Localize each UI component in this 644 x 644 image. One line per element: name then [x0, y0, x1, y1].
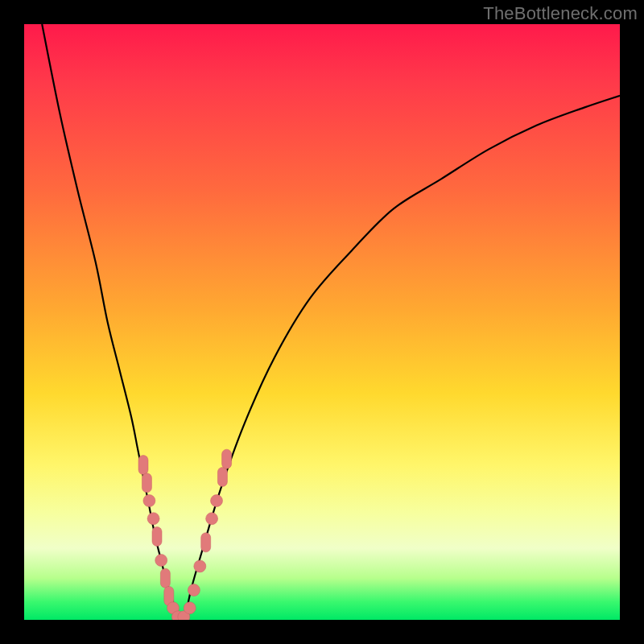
marker-point [201, 533, 211, 552]
marker-point [160, 568, 170, 588]
chart-svg [24, 24, 620, 620]
plot-area [24, 24, 620, 620]
marker-point [142, 473, 151, 493]
marker-point [152, 526, 162, 546]
marker-layer [138, 449, 232, 620]
marker-point [222, 449, 232, 469]
watermark-text: TheBottleneck.com [483, 3, 638, 24]
marker-point [138, 456, 148, 475]
marker-point [206, 513, 218, 525]
curve-layer [42, 24, 620, 620]
curve-right-branch [185, 96, 620, 620]
marker-point [194, 560, 206, 572]
marker-point [217, 467, 227, 486]
chart-frame: TheBottleneck.com [0, 0, 644, 644]
marker-point [147, 513, 159, 525]
marker-point [155, 555, 167, 567]
marker-point [211, 495, 223, 507]
marker-point [184, 602, 196, 614]
marker-point [188, 584, 200, 597]
marker-point [143, 495, 155, 507]
